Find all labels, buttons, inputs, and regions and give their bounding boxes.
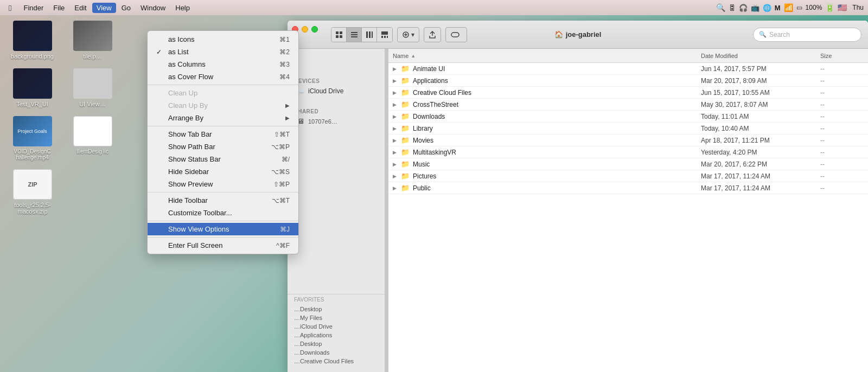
header-date[interactable]: Date Modified [701, 53, 820, 59]
menu-show-preview-left: Show Preview [156, 180, 213, 188]
expand-arrow-0: ▶ [393, 66, 397, 72]
menu-as-coverflow[interactable]: as Cover Flow ⌘4 [148, 70, 298, 83]
menubar-help[interactable]: Help [171, 3, 194, 13]
icon-view-button[interactable] [331, 27, 347, 42]
desktop-icon-testvr[interactable]: Test_VR_UI [5, 68, 59, 107]
file-row-2[interactable]: ▶ 📁 Creative Cloud Files Jun 15, 2017, 1… [388, 87, 868, 99]
menu-enter-full-screen-left: Enter Full Screen [156, 241, 222, 249]
file-row-10[interactable]: ▶ 📁 Public Mar 17, 2017, 11:24 AM -- [388, 182, 868, 194]
menu-show-path-bar[interactable]: Show Path Bar ⌥⌘P [148, 140, 298, 153]
column-view-button[interactable] [362, 27, 377, 42]
icon-thumb [13, 21, 52, 51]
file-row-3[interactable]: ▶ 📁 CrossTheStreet May 30, 2017, 8:07 AM… [388, 99, 868, 111]
file-row-1[interactable]: ▶ 📁 Applications Mar 20, 2017, 8:09 AM -… [388, 75, 868, 87]
menu-shortcut-icons: ⌘1 [279, 36, 290, 43]
clock: Thu [852, 4, 864, 11]
menu-shortcut-fullscreen: ^⌘F [276, 242, 290, 249]
menu-show-tab-bar[interactable]: Show Tab Bar ⇧⌘T [148, 128, 298, 140]
search-box[interactable]: 🔍 Search [753, 28, 861, 42]
menu-show-view-options-label: Show View Options [168, 225, 229, 233]
menu-clean-up-by-label: Clean Up By [168, 101, 208, 110]
menubar-file[interactable]: File [49, 3, 69, 13]
header-size[interactable]: Size [820, 53, 864, 59]
icon-label: background.png [11, 53, 54, 60]
file-date-6: Apr 18, 2017, 11:21 PM [701, 137, 820, 144]
sidebar-label-icloud: iCloud Drive [308, 87, 343, 95]
desktop-icon-ilient[interactable]: IlientDesig lic [66, 116, 119, 161]
sidebar-item-icloud[interactable]: ☁️ iCloud Drive [290, 85, 382, 97]
menu-clean-up[interactable]: Clean Up [148, 87, 298, 99]
folder-icon-6: 📁 [401, 136, 410, 144]
menubar-edit[interactable]: Edit [70, 3, 91, 13]
menu-show-status-bar[interactable]: Show Status Bar ⌘/ [148, 153, 298, 165]
file-row-0[interactable]: ▶ 📁 Animate UI Jun 14, 2017, 5:57 PM -- [388, 63, 868, 75]
desktop-icon-void[interactable]: Project Goals VOID_DesignC hallenge.mp4 [5, 116, 59, 161]
file-row-5[interactable]: ▶ 📁 Library Today, 10:40 AM -- [388, 123, 868, 134]
menubar-window[interactable]: Window [136, 3, 170, 13]
menubar-go[interactable]: Go [117, 3, 135, 13]
sidebar-item-shared1[interactable]: 🖥 10707e6… [290, 116, 382, 127]
desktop-icon-zip[interactable]: ZIP tools_r25.2.5-macosx.zip [5, 169, 60, 215]
desktop-icon-tile[interactable]: tile.p… [66, 21, 119, 60]
file-row-6[interactable]: ▶ 📁 Movies Apr 18, 2017, 11:21 PM -- [388, 134, 868, 146]
expand-arrow-3: ▶ [393, 102, 397, 107]
menubar-view[interactable]: View [92, 3, 116, 13]
menu-arrange-by[interactable]: Arrange By ▶ [148, 112, 298, 124]
file-row-8[interactable]: ▶ 📁 Music Mar 20, 2017, 6:22 PM -- [388, 158, 868, 170]
menu-sep-2 [148, 126, 298, 126]
apple-menu[interactable]:  [4, 2, 16, 14]
cast-icon: 📺 [751, 4, 760, 12]
menu-customize-toolbar[interactable]: Customize Toolbar... [148, 207, 298, 219]
file-cell-name-10: ▶ 📁 Public [393, 184, 701, 192]
action-button[interactable]: ▾ [397, 27, 419, 42]
desktop-icon-background[interactable]: background.png [5, 21, 59, 60]
header-name[interactable]: Name ▲ [393, 53, 701, 59]
header-date-label: Date Modified [701, 53, 738, 59]
folder-icon-10: 📁 [401, 184, 410, 192]
menu-enter-full-screen[interactable]: Enter Full Screen ^⌘F [148, 239, 298, 252]
svg-rect-3 [340, 35, 342, 38]
svg-rect-4 [351, 32, 358, 33]
menu-as-icons-left: as Icons [156, 35, 194, 43]
menu-as-icons[interactable]: as Icons ⌘1 [148, 33, 298, 46]
menu-hide-toolbar[interactable]: Hide Toolbar ⌥⌘T [148, 194, 298, 207]
airplay-icon: ▭ [796, 4, 802, 11]
icon-label: Test_VR_UI [16, 101, 48, 107]
menu-as-columns[interactable]: as Columns ⌘3 [148, 58, 298, 70]
file-size-10: -- [820, 184, 864, 192]
menu-show-preview[interactable]: Show Preview ⇧⌘P [148, 178, 298, 190]
sidebar-section-shared: Shared [288, 105, 385, 116]
file-row-7[interactable]: ▶ 📁 MultitaskingVR Yesterday, 4:20 PM -- [388, 146, 868, 158]
menu-sep-4 [148, 221, 298, 221]
desktop-icon-uiview[interactable]: UI View… [66, 68, 119, 107]
desktop: background.png tile.p… Test_VR_UI UI Vie… [0, 15, 868, 372]
file-cell-name-2: ▶ 📁 Creative Cloud Files [393, 88, 701, 97]
file-cell-name-9: ▶ 📁 Pictures [393, 172, 701, 180]
file-name-0: Animate UI [413, 65, 445, 73]
file-date-10: Mar 17, 2017, 11:24 AM [701, 184, 820, 192]
menu-as-list[interactable]: ✓ as List ⌘2 [148, 46, 298, 58]
menubar-finder[interactable]: Finder [19, 3, 48, 13]
minimize-button[interactable] [302, 26, 308, 33]
tag-button[interactable] [445, 27, 467, 42]
file-size-5: -- [820, 125, 864, 132]
wifi-icon[interactable]: 📶 [784, 3, 793, 12]
cover-flow-button[interactable] [377, 27, 392, 42]
file-size-9: -- [820, 172, 864, 180]
file-size-7: -- [820, 149, 864, 156]
list-view-button[interactable] [347, 27, 362, 42]
file-row-9[interactable]: ▶ 📁 Pictures Mar 17, 2017, 11:24 AM -- [388, 170, 868, 182]
menubar-left:  Finder File Edit View Go Window Help [4, 2, 194, 14]
file-date-5: Today, 10:40 AM [701, 125, 820, 132]
expand-arrow-10: ▶ [393, 185, 397, 191]
maximize-button[interactable] [311, 26, 318, 33]
menu-hide-sidebar[interactable]: Hide Sidebar ⌥⌘S [148, 165, 298, 178]
menu-clean-up-by[interactable]: Clean Up By ▶ [148, 99, 298, 112]
file-cell-name-1: ▶ 📁 Applications [393, 76, 701, 85]
spotlight-icon[interactable]: 🔍 [716, 3, 725, 12]
expand-arrow-1: ▶ [393, 78, 397, 84]
expand-arrow-8: ▶ [393, 162, 397, 167]
file-row-4[interactable]: ▶ 📁 Downloads Today, 11:01 AM -- [388, 111, 868, 123]
share-button[interactable] [424, 27, 441, 42]
menu-show-view-options[interactable]: Show View Options ⌘J [148, 223, 298, 235]
